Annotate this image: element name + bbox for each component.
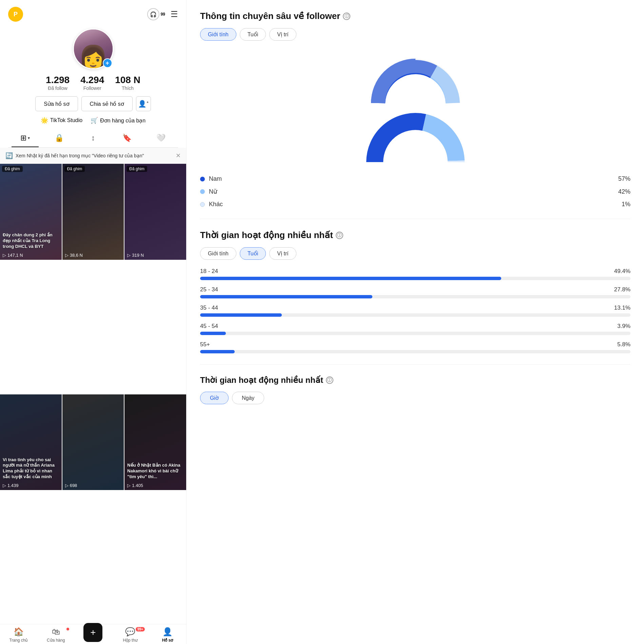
time-tab-day[interactable]: Ngày xyxy=(232,392,264,404)
active-filter-age[interactable]: Tuổi xyxy=(240,247,266,260)
video-item-4[interactable]: Vi trao tình yêu cho sai người mà nữ thầ… xyxy=(0,394,62,490)
donut-chart-wrap xyxy=(200,49,630,110)
donut-segment-nam-final xyxy=(375,121,424,162)
video-views-4: ▷ 1.439 xyxy=(3,483,19,488)
divider-2 xyxy=(200,364,630,365)
bar-fill-25-34 xyxy=(200,295,372,298)
active-filter-location[interactable]: Vị trí xyxy=(269,247,296,260)
legend-dot-khac xyxy=(200,202,205,207)
legend-pct-khac: 1% xyxy=(622,201,630,208)
home-label: Trang chủ xyxy=(9,638,28,643)
tab-private[interactable]: 🔒 xyxy=(42,130,76,147)
bookmark-icon: 🔖 xyxy=(122,134,132,142)
bar-track-25-34 xyxy=(200,295,630,298)
orders-label: Đơn hàng của bạn xyxy=(100,117,145,124)
video-item-1[interactable]: Đã ghim Đây chân dung 2 phi ần đẹp nhất … xyxy=(0,164,62,260)
active-time-title-2: Thời gian hoạt động nhiều nhất ⓘ xyxy=(200,375,630,385)
bar-label-18-24: 18 - 24 xyxy=(200,268,218,275)
notification-button[interactable]: 🎧 99 xyxy=(147,8,165,20)
shop-icon: 🛍 xyxy=(52,627,60,637)
bar-track-55plus xyxy=(200,350,630,353)
filter-tab-age[interactable]: Tuổi xyxy=(240,28,266,41)
studio-icon: 🌟 xyxy=(41,117,48,124)
orders-link[interactable]: 🛒 Đơn hàng của bạn xyxy=(91,117,145,124)
filter-tab-gender[interactable]: Giới tính xyxy=(200,28,236,41)
notice-icon: 🔄 xyxy=(5,152,13,159)
top-bar-right: 🎧 99 ☰ xyxy=(147,8,178,20)
notice-text: Xem Nhật ký đã hết hạn trong mục "Video … xyxy=(16,153,173,158)
avatar-add-button[interactable]: + xyxy=(103,58,112,68)
donut-chart-proper xyxy=(200,108,630,167)
following-label: Đã follow xyxy=(48,85,67,91)
edit-profile-button[interactable]: Sửa hồ sơ xyxy=(35,96,78,111)
profile-icon: 👤 xyxy=(162,627,173,637)
tab-grid[interactable]: ⊞ ▾ xyxy=(8,130,42,147)
play-icon-4: ▷ xyxy=(3,483,6,488)
headphone-icon: 🎧 xyxy=(147,8,159,20)
followers-label: Follower xyxy=(83,85,101,91)
tab-repost[interactable]: ↕️ xyxy=(76,130,110,147)
age-bars: 18 - 24 49.4% 25 - 34 27.8% 35 - 44 13.1… xyxy=(200,268,630,353)
follower-filter-tabs: Giới tính Tuổi Vị trí xyxy=(200,28,630,41)
content-tabs: ⊞ ▾ 🔒 ↕️ 🔖 🤍 xyxy=(8,130,178,148)
video-item-5[interactable]: ▷ 698 xyxy=(62,394,124,490)
stat-followers: 4.294 Follower xyxy=(80,75,104,91)
active-time-info-icon-2[interactable]: ⓘ xyxy=(326,376,333,384)
time-tab-hour[interactable]: Giờ xyxy=(200,392,229,404)
bar-55plus: 55+ 5.8% xyxy=(200,341,630,353)
notice-close-button[interactable]: ✕ xyxy=(176,152,181,159)
video-grid: Đã ghim Đây chân dung 2 phi ần đẹp nhất … xyxy=(0,164,186,624)
active-filter-gender[interactable]: Giới tính xyxy=(200,247,236,260)
stats-row: 1.298 Đã follow 4.294 Follower 108 N Thí… xyxy=(46,75,140,91)
video-views-3: ▷ 319 N xyxy=(127,253,144,258)
create-button[interactable]: + xyxy=(83,623,102,642)
filter-tab-location[interactable]: Vị trí xyxy=(269,28,296,41)
top-bar-left: P xyxy=(8,7,23,22)
lock-icon: 🔒 xyxy=(55,134,64,142)
legend-label-khac: Khác xyxy=(209,201,618,208)
right-panel: Thông tin chuyên sâu về follower ⓘ Giới … xyxy=(187,0,644,644)
action-buttons: Sửa hồ sơ Chia sẻ hồ sơ 👤+ xyxy=(8,96,178,111)
follower-info-icon[interactable]: ⓘ xyxy=(343,13,350,20)
video-item-2[interactable]: Đã ghim ▷ 38,6 N xyxy=(62,164,124,260)
share-profile-button[interactable]: Chia sẻ hồ sơ xyxy=(81,96,133,111)
legend-label-nam: Nam xyxy=(209,175,614,182)
add-friend-icon: 👤+ xyxy=(138,100,149,108)
video-overlay-1: Đây chân dung 2 phi ần đẹp nhất của Tra … xyxy=(3,232,59,250)
tab-bookmark[interactable]: 🔖 xyxy=(110,130,144,147)
bar-18-24: 18 - 24 49.4% xyxy=(200,268,630,280)
active-time-title: Thời gian hoạt động nhiều nhất ⓘ xyxy=(200,230,630,240)
bar-35-44: 35 - 44 13.1% xyxy=(200,305,630,317)
profile-section: 👩 + 1.298 Đã follow 4.294 Follower 108 N… xyxy=(0,25,186,148)
tiktok-studio-link[interactable]: 🌟 TikTok Studio xyxy=(41,117,82,124)
nav-profile[interactable]: 👤 Hồ sơ xyxy=(149,627,186,643)
play-icon-6: ▷ xyxy=(127,483,131,488)
video-item-6[interactable]: Nếu ở Nhật Bản có Akina Nakamori khó vì … xyxy=(124,394,186,490)
nav-inbox[interactable]: 99+ 💬 Hộp thư xyxy=(112,627,149,643)
nav-shop[interactable]: 🛍 Cửa hàng xyxy=(37,627,75,643)
bar-pct-25-34: 27.8% xyxy=(614,286,630,293)
profile-label: Hồ sơ xyxy=(162,638,173,643)
bar-fill-35-44 xyxy=(200,313,282,317)
tab-liked[interactable]: 🤍 xyxy=(144,130,178,147)
bar-25-34: 25 - 34 27.8% xyxy=(200,286,630,298)
donut-svg-proper xyxy=(361,108,470,167)
video-views-1: ▷ 147,1 N xyxy=(3,253,23,258)
bar-track-45-54 xyxy=(200,332,630,335)
legend-pct-nam: 57% xyxy=(618,175,630,182)
active-time-info-icon[interactable]: ⓘ xyxy=(336,232,343,239)
studio-label: TikTok Studio xyxy=(50,117,82,123)
shop-label: Cửa hàng xyxy=(47,638,65,643)
legend: Nam 57% Nữ 42% Khác 1% xyxy=(200,175,630,208)
likes-label: Thích xyxy=(122,85,134,91)
video-views-6: ▷ 1.405 xyxy=(127,483,143,488)
menu-button[interactable]: ☰ xyxy=(171,9,178,19)
active-filter-tabs: Giới tính Tuổi Vị trí xyxy=(200,247,630,260)
nav-create[interactable]: + xyxy=(75,627,112,643)
shop-notification-dot xyxy=(66,628,69,630)
video-item-3[interactable]: Đã ghim ▷ 319 N xyxy=(124,164,186,260)
add-friend-button[interactable]: 👤+ xyxy=(136,96,151,111)
nav-home[interactable]: 🏠 Trang chủ xyxy=(0,627,37,643)
pinned-badge-2: Đã ghim xyxy=(64,166,85,172)
heart-outline-icon: 🤍 xyxy=(156,134,165,142)
